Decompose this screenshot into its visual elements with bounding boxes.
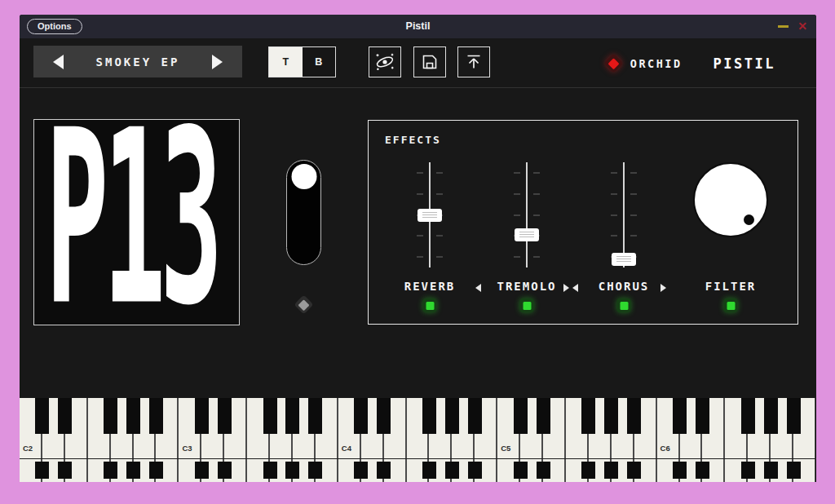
preset-name[interactable]: SMOKEY EP [96, 55, 180, 69]
slider-rail [526, 162, 528, 267]
black-key[interactable] [627, 462, 641, 479]
black-key[interactable] [195, 462, 209, 479]
black-key[interactable] [58, 462, 72, 479]
effects-panel: EFFECTS REVERB TREMOLO CHOR [368, 120, 798, 325]
black-key[interactable] [468, 398, 482, 434]
slider-tick [533, 172, 540, 174]
black-key[interactable] [581, 462, 595, 479]
black-key[interactable] [741, 398, 755, 434]
reverb-slider-handle[interactable] [418, 209, 442, 222]
filter-knob[interactable] [693, 162, 768, 237]
black-key[interactable] [195, 398, 209, 434]
black-key[interactable] [764, 398, 778, 434]
black-key[interactable] [149, 462, 163, 479]
black-key[interactable] [308, 398, 322, 434]
effect-select-right-icon[interactable] [660, 284, 666, 292]
slider-tick [611, 193, 617, 195]
octave-label: C6 [660, 444, 670, 453]
black-key[interactable] [514, 398, 528, 434]
export-button[interactable] [457, 46, 490, 77]
effect-select-right-icon[interactable] [563, 284, 569, 292]
black-key[interactable] [58, 398, 72, 434]
black-key[interactable] [35, 462, 49, 479]
black-key[interactable] [537, 398, 550, 434]
mod-toggle-knob[interactable] [291, 164, 316, 189]
preset-next-icon[interactable] [212, 55, 223, 69]
black-key[interactable] [787, 398, 801, 434]
black-key[interactable] [581, 398, 595, 434]
close-icon[interactable]: ✕ [795, 19, 810, 33]
black-key[interactable] [263, 398, 277, 434]
tremolo-label: TREMOLO [497, 280, 556, 293]
black-key[interactable] [104, 462, 117, 479]
chorus-slider[interactable] [607, 162, 640, 267]
black-key[interactable] [149, 398, 163, 434]
tremolo-slider-handle[interactable] [515, 228, 539, 241]
plugin-window: Options Pistil ✕ SMOKEY EP T B [20, 15, 816, 482]
preset-prev-icon[interactable] [53, 55, 64, 69]
slider-tick [630, 193, 637, 195]
minimize-icon[interactable] [778, 25, 789, 28]
black-key[interactable] [445, 462, 459, 479]
black-key[interactable] [263, 462, 277, 479]
save-button[interactable] [413, 46, 446, 77]
slider-tick [417, 256, 423, 258]
black-key[interactable] [696, 462, 709, 479]
black-key[interactable] [104, 398, 117, 434]
black-key[interactable] [537, 462, 550, 479]
filter-label: FILTER [705, 280, 757, 293]
black-key[interactable] [787, 462, 801, 479]
black-key[interactable] [604, 398, 618, 434]
slider-tick [611, 235, 617, 237]
black-key[interactable] [673, 398, 687, 434]
chorus-slider-handle[interactable] [612, 253, 636, 266]
black-key[interactable] [673, 462, 687, 479]
black-key[interactable] [377, 462, 391, 479]
black-key[interactable] [218, 462, 232, 479]
orchid-led-icon [603, 53, 623, 73]
black-key[interactable] [218, 398, 232, 434]
tremolo-led-icon [520, 298, 534, 312]
mod-toggle[interactable] [286, 160, 321, 265]
slider-rail [623, 162, 625, 267]
black-key[interactable] [468, 462, 482, 479]
black-key[interactable] [354, 462, 368, 479]
black-key[interactable] [741, 462, 755, 479]
slider-tick [514, 193, 520, 195]
mod-led-icon [294, 294, 313, 314]
preset-selector: SMOKEY EP [33, 46, 242, 77]
layer-toggle-bottom[interactable]: B [303, 47, 336, 77]
black-key[interactable] [696, 398, 709, 434]
black-key[interactable] [126, 462, 140, 479]
tremolo-slider[interactable] [510, 162, 543, 267]
titlebar: Options Pistil ✕ [20, 15, 816, 38]
black-key[interactable] [285, 398, 299, 434]
layer-toggle-top[interactable]: T [269, 47, 303, 77]
slider-tick [436, 256, 443, 258]
black-key[interactable] [445, 398, 459, 434]
slider-tick [417, 193, 423, 195]
black-key[interactable] [35, 398, 49, 434]
black-key[interactable] [422, 398, 436, 434]
octave-label: C5 [501, 444, 510, 453]
black-key[interactable] [422, 462, 436, 479]
galaxy-button[interactable] [369, 46, 401, 77]
black-key[interactable] [126, 398, 140, 434]
black-key[interactable] [627, 398, 641, 434]
effect-select-left-icon[interactable] [475, 284, 481, 292]
brand-product: PISTIL [714, 55, 775, 72]
black-key[interactable] [285, 462, 299, 479]
toolbar: SMOKEY EP T B [20, 38, 816, 88]
black-key[interactable] [354, 398, 368, 434]
slider-tick [630, 235, 637, 237]
black-key[interactable] [764, 462, 778, 479]
reverb-slider[interactable] [413, 162, 446, 267]
black-key[interactable] [514, 462, 528, 479]
black-key[interactable] [377, 398, 391, 434]
octave-label: C2 [23, 444, 33, 453]
window-title: Pistil [20, 15, 816, 38]
black-key[interactable] [604, 462, 618, 479]
slider-tick [514, 214, 520, 216]
black-key[interactable] [308, 462, 322, 479]
effect-select-left-icon[interactable] [572, 284, 578, 292]
